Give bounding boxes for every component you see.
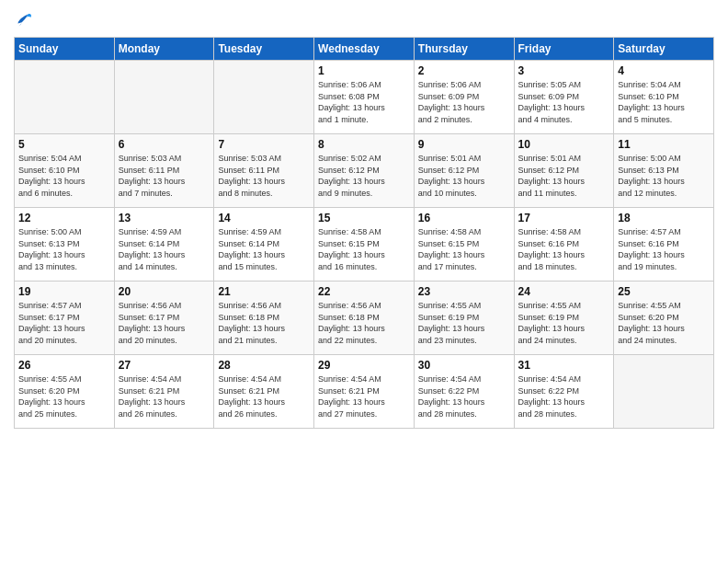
calendar-cell: 16Sunrise: 4:58 AM Sunset: 6:15 PM Dayli… xyxy=(414,208,514,282)
day-info: Sunrise: 4:54 AM Sunset: 6:21 PM Dayligh… xyxy=(318,373,410,419)
day-info: Sunrise: 4:58 AM Sunset: 6:15 PM Dayligh… xyxy=(418,226,510,272)
day-info: Sunrise: 4:57 AM Sunset: 6:17 PM Dayligh… xyxy=(18,300,110,346)
logo xyxy=(14,9,36,33)
day-info: Sunrise: 5:03 AM Sunset: 6:11 PM Dayligh… xyxy=(218,153,310,199)
day-info: Sunrise: 5:06 AM Sunset: 6:09 PM Dayligh… xyxy=(418,79,510,125)
day-number: 8 xyxy=(318,138,410,151)
header-area xyxy=(14,9,714,33)
day-number: 17 xyxy=(518,212,610,224)
day-number: 25 xyxy=(618,285,710,298)
weekday-header-row: SundayMondayTuesdayWednesdayThursdayFrid… xyxy=(15,38,714,61)
day-info: Sunrise: 4:58 AM Sunset: 6:16 PM Dayligh… xyxy=(518,226,610,272)
day-info: Sunrise: 5:03 AM Sunset: 6:11 PM Dayligh… xyxy=(119,153,210,199)
calendar-cell: 21Sunrise: 4:56 AM Sunset: 6:18 PM Dayli… xyxy=(214,282,314,355)
calendar-cell: 5Sunrise: 5:04 AM Sunset: 6:10 PM Daylig… xyxy=(15,134,115,208)
day-info: Sunrise: 5:05 AM Sunset: 6:09 PM Dayligh… xyxy=(518,79,610,125)
day-number: 10 xyxy=(518,138,610,151)
day-number: 20 xyxy=(119,285,210,298)
calendar-cell xyxy=(15,61,115,134)
calendar-cell: 28Sunrise: 4:54 AM Sunset: 6:21 PM Dayli… xyxy=(214,355,314,429)
day-number: 26 xyxy=(18,359,110,372)
day-info: Sunrise: 4:58 AM Sunset: 6:15 PM Dayligh… xyxy=(318,226,410,272)
day-info: Sunrise: 4:54 AM Sunset: 6:21 PM Dayligh… xyxy=(119,373,210,419)
day-number: 18 xyxy=(618,212,710,224)
calendar-cell: 13Sunrise: 4:59 AM Sunset: 6:14 PM Dayli… xyxy=(114,208,214,282)
calendar-cell: 17Sunrise: 4:58 AM Sunset: 6:16 PM Dayli… xyxy=(514,208,614,282)
day-number: 14 xyxy=(218,212,310,224)
calendar-cell: 31Sunrise: 4:54 AM Sunset: 6:22 PM Dayli… xyxy=(514,355,614,429)
weekday-thursday: Thursday xyxy=(414,38,514,61)
day-info: Sunrise: 4:56 AM Sunset: 6:17 PM Dayligh… xyxy=(119,300,210,346)
weekday-monday: Monday xyxy=(114,38,214,61)
day-number: 22 xyxy=(318,285,410,298)
calendar-cell: 15Sunrise: 4:58 AM Sunset: 6:15 PM Dayli… xyxy=(314,208,415,282)
day-number: 27 xyxy=(119,359,210,372)
day-info: Sunrise: 4:59 AM Sunset: 6:14 PM Dayligh… xyxy=(218,226,310,272)
calendar-cell: 22Sunrise: 4:56 AM Sunset: 6:18 PM Dayli… xyxy=(314,282,415,355)
week-row-4: 19Sunrise: 4:57 AM Sunset: 6:17 PM Dayli… xyxy=(15,282,714,355)
day-info: Sunrise: 4:54 AM Sunset: 6:22 PM Dayligh… xyxy=(418,373,510,419)
calendar-cell xyxy=(114,61,214,134)
day-info: Sunrise: 4:54 AM Sunset: 6:22 PM Dayligh… xyxy=(518,373,610,419)
calendar-cell: 7Sunrise: 5:03 AM Sunset: 6:11 PM Daylig… xyxy=(214,134,314,208)
calendar-cell: 12Sunrise: 5:00 AM Sunset: 6:13 PM Dayli… xyxy=(15,208,115,282)
calendar-cell: 20Sunrise: 4:56 AM Sunset: 6:17 PM Dayli… xyxy=(114,282,214,355)
day-number: 5 xyxy=(18,138,110,151)
calendar-cell: 14Sunrise: 4:59 AM Sunset: 6:14 PM Dayli… xyxy=(214,208,314,282)
weekday-sunday: Sunday xyxy=(15,38,115,61)
calendar-cell: 6Sunrise: 5:03 AM Sunset: 6:11 PM Daylig… xyxy=(114,134,214,208)
week-row-5: 26Sunrise: 4:55 AM Sunset: 6:20 PM Dayli… xyxy=(15,355,714,429)
day-info: Sunrise: 5:06 AM Sunset: 6:08 PM Dayligh… xyxy=(318,79,410,125)
weekday-friday: Friday xyxy=(514,38,614,61)
calendar-cell: 8Sunrise: 5:02 AM Sunset: 6:12 PM Daylig… xyxy=(314,134,415,208)
day-info: Sunrise: 5:02 AM Sunset: 6:12 PM Dayligh… xyxy=(318,153,410,199)
day-number: 15 xyxy=(318,212,410,224)
day-number: 6 xyxy=(119,138,210,151)
calendar-cell: 4Sunrise: 5:04 AM Sunset: 6:10 PM Daylig… xyxy=(614,61,714,134)
weekday-saturday: Saturday xyxy=(614,38,714,61)
day-info: Sunrise: 4:55 AM Sunset: 6:19 PM Dayligh… xyxy=(518,300,610,346)
calendar-cell: 23Sunrise: 4:55 AM Sunset: 6:19 PM Dayli… xyxy=(414,282,514,355)
calendar-cell: 19Sunrise: 4:57 AM Sunset: 6:17 PM Dayli… xyxy=(15,282,115,355)
calendar-cell: 10Sunrise: 5:01 AM Sunset: 6:12 PM Dayli… xyxy=(514,134,614,208)
day-info: Sunrise: 4:59 AM Sunset: 6:14 PM Dayligh… xyxy=(119,226,210,272)
day-info: Sunrise: 4:54 AM Sunset: 6:21 PM Dayligh… xyxy=(218,373,310,419)
calendar-cell: 2Sunrise: 5:06 AM Sunset: 6:09 PM Daylig… xyxy=(414,61,514,134)
day-number: 7 xyxy=(218,138,310,151)
day-info: Sunrise: 5:04 AM Sunset: 6:10 PM Dayligh… xyxy=(618,79,710,125)
week-row-3: 12Sunrise: 5:00 AM Sunset: 6:13 PM Dayli… xyxy=(15,208,714,282)
calendar-cell: 1Sunrise: 5:06 AM Sunset: 6:08 PM Daylig… xyxy=(314,61,415,134)
day-number: 30 xyxy=(418,359,510,372)
day-number: 24 xyxy=(518,285,610,298)
week-row-2: 5Sunrise: 5:04 AM Sunset: 6:10 PM Daylig… xyxy=(15,134,714,208)
day-info: Sunrise: 5:01 AM Sunset: 6:12 PM Dayligh… xyxy=(518,153,610,199)
calendar-cell: 3Sunrise: 5:05 AM Sunset: 6:09 PM Daylig… xyxy=(514,61,614,134)
weekday-tuesday: Tuesday xyxy=(214,38,314,61)
calendar-cell: 24Sunrise: 4:55 AM Sunset: 6:19 PM Dayli… xyxy=(514,282,614,355)
day-info: Sunrise: 5:04 AM Sunset: 6:10 PM Dayligh… xyxy=(18,153,110,199)
calendar-cell: 18Sunrise: 4:57 AM Sunset: 6:16 PM Dayli… xyxy=(614,208,714,282)
calendar-cell: 25Sunrise: 4:55 AM Sunset: 6:20 PM Dayli… xyxy=(614,282,714,355)
day-number: 4 xyxy=(618,64,710,77)
day-number: 9 xyxy=(418,138,510,151)
day-number: 11 xyxy=(618,138,710,151)
day-info: Sunrise: 5:00 AM Sunset: 6:13 PM Dayligh… xyxy=(18,226,110,272)
day-number: 19 xyxy=(18,285,110,298)
day-number: 2 xyxy=(418,64,510,77)
day-info: Sunrise: 4:55 AM Sunset: 6:20 PM Dayligh… xyxy=(18,373,110,419)
calendar-table: SundayMondayTuesdayWednesdayThursdayFrid… xyxy=(14,37,714,429)
calendar-cell: 11Sunrise: 5:00 AM Sunset: 6:13 PM Dayli… xyxy=(614,134,714,208)
day-number: 29 xyxy=(318,359,410,372)
calendar-cell xyxy=(214,61,314,134)
day-info: Sunrise: 5:01 AM Sunset: 6:12 PM Dayligh… xyxy=(418,153,510,199)
day-number: 16 xyxy=(418,212,510,224)
day-info: Sunrise: 4:55 AM Sunset: 6:19 PM Dayligh… xyxy=(418,300,510,346)
day-number: 28 xyxy=(218,359,310,372)
day-info: Sunrise: 4:56 AM Sunset: 6:18 PM Dayligh… xyxy=(318,300,410,346)
calendar-cell xyxy=(614,355,714,429)
calendar-cell: 27Sunrise: 4:54 AM Sunset: 6:21 PM Dayli… xyxy=(114,355,214,429)
day-info: Sunrise: 4:55 AM Sunset: 6:20 PM Dayligh… xyxy=(618,300,710,346)
day-number: 1 xyxy=(318,64,410,77)
week-row-1: 1Sunrise: 5:06 AM Sunset: 6:08 PM Daylig… xyxy=(15,61,714,134)
day-number: 3 xyxy=(518,64,610,77)
